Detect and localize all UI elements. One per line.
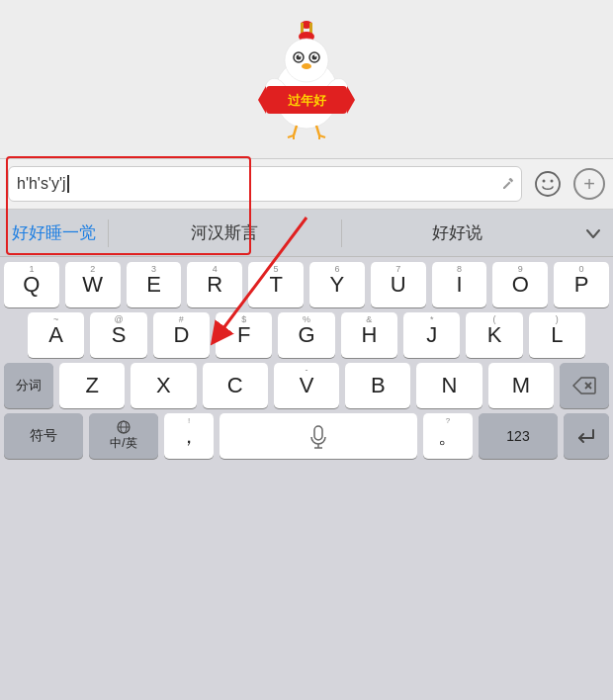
key-number: 9	[518, 265, 523, 274]
symbol-label: 符号	[30, 427, 57, 445]
key-lang[interactable]: 中/英	[89, 413, 158, 459]
chat-area: 过年好	[0, 0, 613, 158]
svg-point-28	[536, 172, 560, 196]
key-number: ~	[53, 315, 58, 324]
key-q[interactable]: 1Q	[4, 262, 59, 307]
key-x[interactable]: X	[131, 363, 196, 408]
key-j[interactable]: *J	[403, 312, 460, 358]
svg-point-30	[551, 180, 554, 183]
keyboard: 1Q2W3E4R5T6Y7U8I9O0P ~A@S#D$F%G&H*J(K)L …	[0, 257, 613, 467]
key-letter: W	[82, 274, 103, 296]
key-letter: O	[512, 274, 529, 296]
key-number: *	[430, 315, 434, 324]
key-s[interactable]: @S	[90, 312, 146, 358]
key-l[interactable]: )L	[529, 312, 585, 358]
key-number: )	[556, 315, 559, 324]
key-letter: Y	[330, 274, 345, 296]
key-r[interactable]: 4R	[187, 262, 242, 307]
key-delete[interactable]	[560, 363, 609, 408]
svg-marker-20	[347, 86, 355, 114]
num-label: 123	[506, 428, 529, 444]
key-v[interactable]: -V	[274, 363, 339, 408]
key-o[interactable]: 9O	[492, 262, 548, 307]
key-z[interactable]: Z	[59, 363, 125, 408]
key-letter: N	[442, 375, 458, 396]
key-period[interactable]: ?。	[423, 413, 473, 459]
key-letter: V	[300, 375, 314, 396]
period-sup: ?	[446, 416, 450, 425]
emoji-icon	[534, 170, 562, 198]
svg-marker-19	[258, 86, 266, 114]
key-letter: F	[237, 324, 250, 346]
keyboard-row-2: ~A@S#D$F%G&H*J(K)L	[0, 307, 613, 358]
candidate-primary[interactable]: 好好睡一觉	[0, 210, 108, 257]
key-t[interactable]: 5T	[248, 262, 304, 307]
key-n[interactable]: N	[416, 363, 482, 408]
key-y[interactable]: 6Y	[309, 262, 365, 307]
key-number: &	[366, 315, 372, 324]
key-letter: L	[551, 324, 563, 346]
key-b[interactable]: B	[345, 363, 410, 408]
key-k[interactable]: (K	[466, 312, 522, 358]
key-e[interactable]: 3E	[127, 262, 182, 307]
key-return[interactable]	[564, 413, 609, 459]
candidate-secondary-1[interactable]: 河汉斯言	[109, 210, 341, 257]
key-m[interactable]: M	[488, 363, 554, 408]
key-number: 2	[90, 265, 95, 274]
emoji-button[interactable]	[530, 166, 566, 202]
key-number: 4	[213, 265, 218, 274]
input-field[interactable]: h'h's'y'j	[8, 166, 522, 202]
lang-label: 中/英	[110, 435, 136, 452]
key-number: 8	[457, 265, 462, 274]
add-button[interactable]: +	[573, 168, 605, 200]
candidate-secondary-2[interactable]: 好好说	[342, 210, 574, 257]
key-letter: J	[426, 324, 437, 346]
key-letter: X	[156, 375, 171, 396]
sticker-container: 过年好	[242, 15, 371, 143]
key-c[interactable]: C	[203, 363, 268, 408]
key-number: -	[306, 366, 308, 375]
key-letter: G	[298, 324, 314, 346]
chevron-down-icon	[583, 223, 603, 243]
key-symbol[interactable]: 符号	[4, 413, 83, 459]
key-number: #	[179, 315, 184, 324]
key-123[interactable]: 123	[479, 413, 558, 459]
key-letter: C	[227, 375, 243, 396]
input-bar: h'h's'y'j +	[0, 158, 613, 210]
key-number: 7	[395, 265, 400, 274]
svg-point-15	[302, 63, 311, 69]
key-letter: R	[207, 274, 222, 296]
key-letter: S	[112, 324, 127, 346]
key-letter: H	[361, 324, 377, 346]
key-space[interactable]	[219, 413, 417, 459]
key-number: (	[492, 315, 495, 324]
edit-icon	[501, 177, 515, 191]
key-letter: U	[391, 274, 406, 296]
key-number: %	[303, 315, 310, 324]
key-letter: T	[269, 274, 282, 296]
key-g[interactable]: %G	[278, 312, 334, 358]
key-number: 3	[151, 265, 156, 274]
svg-text:过年好: 过年好	[288, 93, 327, 108]
key-fenci[interactable]: 分词	[4, 363, 53, 408]
key-number: 6	[334, 265, 339, 274]
input-text: h'h's'y'j	[17, 175, 66, 193]
svg-point-13	[299, 55, 301, 57]
key-u[interactable]: 7U	[371, 262, 426, 307]
key-a[interactable]: ~A	[28, 312, 84, 358]
keyboard-row-3: 分词ZXC-VBNM	[0, 358, 613, 408]
candidate-expand-button[interactable]	[573, 210, 613, 257]
key-comma[interactable]: !，	[164, 413, 214, 459]
delete-icon	[572, 377, 596, 394]
period-label: 。	[438, 423, 458, 450]
key-f[interactable]: $F	[216, 312, 272, 358]
key-p[interactable]: 0P	[554, 262, 609, 307]
svg-line-25	[316, 126, 319, 135]
key-w[interactable]: 2W	[65, 262, 121, 307]
comma-label: ，	[179, 423, 199, 450]
key-d[interactable]: #D	[153, 312, 210, 358]
key-letter: Z	[85, 375, 98, 396]
key-h[interactable]: &H	[341, 312, 397, 358]
key-letter: M	[512, 375, 530, 396]
key-i[interactable]: 8I	[432, 262, 487, 307]
